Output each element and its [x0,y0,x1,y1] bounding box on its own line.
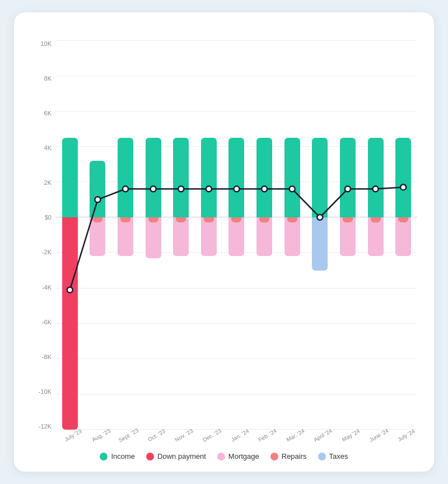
y-label: -12K [31,423,56,430]
bar-group [223,40,251,430]
grid-and-bars [56,40,417,430]
y-label: 2K [31,179,56,186]
legend-item: Income [100,452,135,460]
negative-bar [118,217,133,257]
income-bar [173,138,189,217]
legend-label: Taxes [329,452,348,460]
bar-group [250,40,278,430]
bar-group [84,40,112,430]
income-bar [395,138,411,217]
income-bar [90,161,105,217]
legend-color [217,453,225,460]
negative-bar [90,217,105,257]
bar-group [306,40,334,430]
bar-group [195,40,223,430]
y-label: -4K [31,284,56,291]
legend-color [270,453,278,460]
bar-group [278,40,306,430]
negative-bar [146,217,161,258]
negative-bar [284,217,300,257]
legend-label: Mortgage [228,452,259,460]
y-label: -8K [31,353,56,360]
income-bar [368,138,384,217]
legend-item: Down payment [146,452,206,460]
y-label: 10K [31,40,56,47]
legend-label: Repairs [282,452,307,460]
bar-group [111,40,139,430]
income-bar [312,138,328,217]
negative-bar [395,217,411,257]
negative-bar [368,217,384,257]
bar-group [56,40,84,430]
income-bar [228,138,244,217]
legend-color [146,453,154,460]
negative-bar [62,217,78,430]
income-bar [146,138,161,217]
income-bar [201,138,217,217]
negative-bar [312,217,328,271]
legend-color [318,453,326,460]
legend: IncomeDown paymentMortgageRepairsTaxes [31,452,417,460]
y-label: -10K [31,388,56,395]
legend-item: Mortgage [217,452,259,460]
legend-item: Repairs [270,452,307,460]
legend-color [100,453,108,460]
income-bar [340,138,356,217]
negative-bar [228,217,244,257]
y-axis: 10K 8K 6K 4K 2K $0 -2K -4K -6K -8K -10K … [31,40,56,446]
y-label: 4K [31,145,56,151]
bar-group [139,40,167,430]
negative-bar [173,217,189,257]
bar-group [362,40,390,430]
bar-group [167,40,195,430]
y-label-zero: $0 [31,214,56,221]
legend-label: Income [111,452,135,460]
legend-label: Down payment [157,452,206,460]
bar-group [334,40,362,430]
negative-bar [201,217,217,257]
x-axis: July '23Aug. '23Sept. '23Oct. '23Nov. '2… [56,430,417,446]
y-label: 6K [31,110,56,117]
chart-area: 10K 8K 6K 4K 2K $0 -2K -4K -6K -8K -10K … [31,40,417,446]
chart-inner: July '23Aug. '23Sept. '23Oct. '23Nov. '2… [56,40,417,446]
negative-bar [256,217,272,257]
x-labels: July '23Aug. '23Sept. '23Oct. '23Nov. '2… [56,430,417,446]
y-label: -2K [31,249,56,255]
income-bar [256,138,272,217]
income-bar [284,138,300,217]
y-label: 8K [31,75,56,82]
bar-group [389,40,417,430]
income-bar [118,138,133,217]
chart-card: 10K 8K 6K 4K 2K $0 -2K -4K -6K -8K -10K … [14,12,434,472]
income-bar [62,138,78,217]
legend-item: Taxes [318,452,348,460]
bars-container [56,40,417,430]
negative-bar [340,217,356,257]
y-label: -6K [31,319,56,325]
